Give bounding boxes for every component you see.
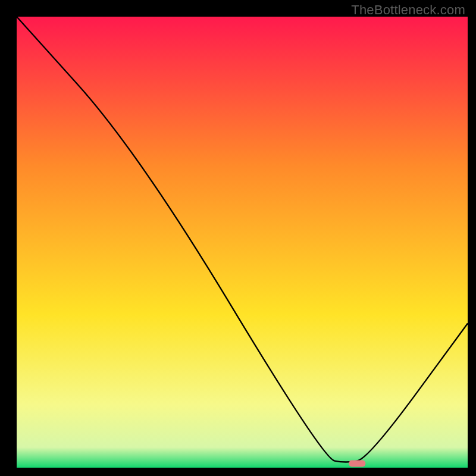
- plot-background: [17, 17, 468, 468]
- chart-frame: TheBottleneck.com: [0, 0, 476, 476]
- optimal-marker: [349, 460, 365, 466]
- bottleneck-chart: [0, 0, 476, 476]
